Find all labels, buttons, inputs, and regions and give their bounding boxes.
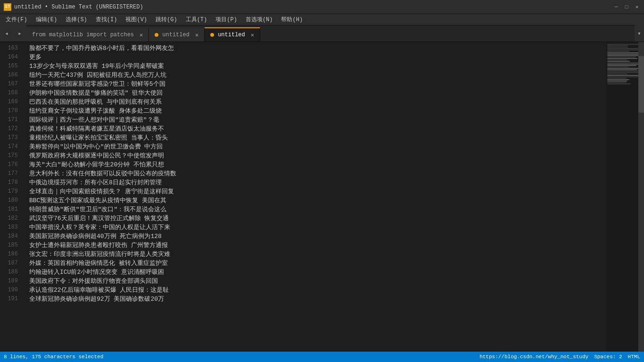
code-line[interactable]: 纽约亚裔女子倒垃圾遭男子泼酸 身体多处二级烧	[27, 107, 606, 115]
minimap-line	[607, 69, 637, 70]
code-line[interactable]: 纽约一天死亡437例 囚犯被征用在无人岛挖万人坑	[27, 71, 606, 80]
code-line[interactable]: 特朗普威胁"断供"世卫后"改口"：我不是说会这么	[27, 205, 606, 214]
menu-bar: 文件(F) 编辑(E) 选择(S) 查找(I) 视图(V) 跳转(G) 工具(T…	[0, 14, 644, 25]
tab-modified-dot	[210, 33, 214, 37]
minimap-line	[607, 58, 637, 59]
code-editor[interactable]: 脸都不要了，中国乔丹败诉8小时后，看看国外网友怎更多13岁少女与母亲双双遇害 1…	[24, 42, 606, 352]
code-line[interactable]: 海关"大白"耐心劝解小留学生20分钟 不怕累只想	[27, 160, 606, 169]
tab-prev-button[interactable]: ◂	[0, 25, 13, 41]
code-line[interactable]: 更多	[27, 53, 606, 62]
tab-untitled-2[interactable]: untitled ✕	[205, 27, 260, 41]
line-number: 168	[0, 89, 24, 98]
close-button[interactable]: ✕	[634, 4, 640, 10]
tab-next-button[interactable]: ▸	[13, 25, 26, 41]
menu-goto[interactable]: 跳转(G)	[152, 15, 181, 25]
minimap-line	[607, 81, 627, 82]
status-left: 8 lines, 175 characters selected	[4, 354, 103, 360]
minimap-line	[607, 54, 639, 55]
code-line[interactable]: 约翰逊转入ICU前2小时情况突变 意识清醒呼吸困	[27, 268, 606, 277]
selection-info: 8 lines, 175 characters selected	[4, 354, 103, 360]
code-line[interactable]: 女护士遭外籍新冠肺炎患者殴打咬伤 广州警方通报	[27, 241, 606, 250]
code-line[interactable]: 俄罗斯政府将大规模驱逐中国公民？中使馆发声明	[27, 151, 606, 160]
code-line[interactable]: 真难伺候！科威特隔离者嫌五星酒店饭太油服务不	[27, 124, 606, 133]
code-line[interactable]: 童模经纪人被曝让家长拍宝宝私密照 当事人：昏头	[27, 133, 606, 142]
minimap-line	[607, 64, 640, 65]
minimap-line	[607, 45, 628, 46]
tab-label: from matplotlib import patches	[32, 32, 134, 38]
menu-view[interactable]: 视图(V)	[122, 15, 151, 25]
menu-select[interactable]: 选择(S)	[62, 15, 91, 25]
code-line[interactable]: 中国举措没人权？英专家：中国的人权是让人活下来	[27, 223, 606, 232]
code-line[interactable]: 全球直击｜向中国索赔疫情损失？ 唐宁街是这样回复	[27, 187, 606, 196]
minimap-line	[607, 82, 627, 83]
minimap-scrollbar[interactable]	[638, 42, 644, 352]
minimap-line	[607, 65, 636, 66]
code-line[interactable]: 美国政府下令：对外援助医疗物资全部调头回国	[27, 277, 606, 286]
tab-bar: ◂ ▸ from matplotlib import patches ✕ unt…	[0, 25, 644, 42]
minimap-thumb[interactable]	[638, 56, 644, 113]
line-number: 169	[0, 98, 24, 107]
code-line[interactable]: 武汉坚守76天后重启！离汉管控正式解除 恢复交通	[27, 214, 606, 223]
line-number: 165	[0, 62, 24, 71]
line-number: 176	[0, 160, 24, 169]
menu-tools[interactable]: 工具(T)	[182, 15, 211, 25]
menu-project[interactable]: 项目(P)	[212, 15, 241, 25]
minimap-line	[607, 59, 627, 60]
indentation-info[interactable]: Spaces: 2	[594, 354, 622, 360]
title-bar: ST untitled • Sublime Text (UNREGISTERED…	[0, 0, 644, 14]
code-line[interactable]: 承认造假22亿后瑞幸咖啡被买爆 人民日报：这是耻	[27, 286, 606, 295]
code-line[interactable]: 脸都不要了，中国乔丹败诉8小时后，看看国外网友怎	[27, 44, 606, 53]
line-number: 191	[0, 295, 24, 304]
editor-area: 1631641651661671681691701711721731741751…	[0, 42, 644, 352]
code-line[interactable]: 国际锐评｜西方一些人想对中国"追责索赔"？毫	[27, 115, 606, 124]
code-line[interactable]: 13岁少女与母亲双双遇害 19年后小学同桌帮破案	[27, 62, 606, 71]
code-line[interactable]: 中俄边境绥芬河市：所有小区8日起实行封闭管理	[27, 178, 606, 187]
menu-help[interactable]: 帮助(H)	[277, 15, 306, 25]
minimap-line	[607, 49, 640, 50]
syntax-info[interactable]: HTML	[628, 354, 640, 360]
line-number: 184	[0, 232, 24, 241]
code-line[interactable]: 全球新冠肺炎确诊病例超92万 美国确诊数破20万	[27, 295, 606, 304]
code-line[interactable]: BBC预测这五个国家或最先从疫情中恢复 美国在其	[27, 196, 606, 205]
tab-untitled-1[interactable]: untitled ✕	[149, 27, 205, 41]
code-line[interactable]: 张文宏：印度非洲出现新冠疫情流行时将是人类灾难	[27, 250, 606, 259]
code-line[interactable]: 伊朗称中国疫情数据是"惨痛的笑话" 驻华大使回	[27, 89, 606, 98]
minimap-line	[607, 79, 629, 80]
code-line[interactable]: 外媒：英国首相约翰逊病情恶化 被转入重症监护室	[27, 259, 606, 268]
line-number: 190	[0, 286, 24, 295]
code-line[interactable]: 世界还有哪些国家新冠零感染?世卫：朝鲜等5个国	[27, 80, 606, 89]
line-number: 186	[0, 250, 24, 259]
minimap-line	[607, 66, 629, 67]
tab-matplotlib[interactable]: from matplotlib import patches ✕	[26, 27, 149, 41]
minimap-line	[607, 44, 643, 45]
line-number: 170	[0, 107, 24, 115]
line-number: 188	[0, 268, 24, 277]
minimap-line	[607, 78, 627, 79]
minimap-line	[607, 75, 642, 76]
code-line[interactable]: 美国新冠肺炎确诊病例超40万例 死亡病例为128	[27, 232, 606, 241]
minimize-button[interactable]: ─	[613, 4, 619, 10]
menu-edit[interactable]: 编辑(E)	[32, 15, 61, 25]
maximize-button[interactable]: □	[623, 4, 630, 10]
line-number: 171	[0, 115, 24, 124]
line-number: 177	[0, 169, 24, 178]
line-number: 179	[0, 187, 24, 196]
line-number: 181	[0, 205, 24, 214]
code-line[interactable]: 意大利外长：没有任何数据可以反驳中国公布的疫情数	[27, 169, 606, 178]
tab-close-icon[interactable]: ✕	[140, 32, 143, 39]
tab-modified-dot	[155, 33, 158, 37]
code-line[interactable]: 美称暂停向"以中国为中心"的世卫缴会费 中方回	[27, 142, 606, 151]
line-number: 166	[0, 71, 24, 80]
menu-find[interactable]: 查找(I)	[92, 15, 121, 25]
code-line[interactable]: 巴西丢在美国的那批呼吸机 与中国到底有何关系	[27, 98, 606, 107]
csdn-link[interactable]: https://blog.csdn.net/why_not_study	[479, 354, 588, 360]
menu-preferences[interactable]: 首选项(N)	[242, 15, 277, 25]
minimap-line	[607, 61, 630, 62]
minimap-line	[607, 68, 642, 69]
app-icon: ST	[4, 3, 11, 11]
tab-close-icon[interactable]: ✕	[251, 32, 254, 39]
tab-close-icon[interactable]: ✕	[195, 32, 198, 39]
menu-file[interactable]: 文件(F)	[2, 15, 31, 25]
minimap[interactable]	[606, 42, 644, 352]
tab-dropdown-button[interactable]: ▾	[635, 25, 644, 41]
